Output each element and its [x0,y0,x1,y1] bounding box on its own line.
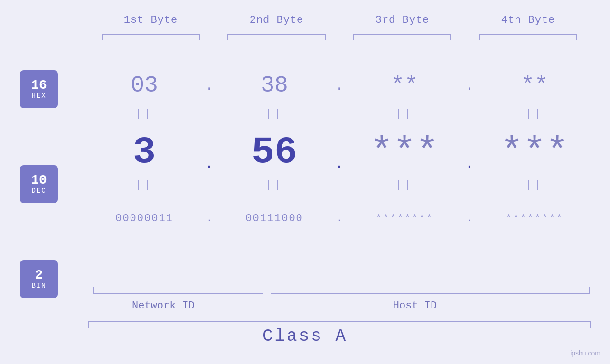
base-badges: 16 HEX 10 DEC 2 BIN [20,70,58,298]
dec-sep-1: . [201,157,218,171]
hex-sep-2: . [331,77,348,94]
main-container: 1st Byte 2nd Byte 3rd Byte 4th Byte 16 H… [0,0,610,364]
dec-badge: 10 DEC [20,165,58,203]
dec-sep-2: . [331,157,348,171]
byte-label-1: 1st Byte [88,14,214,26]
bin-sep-3: . [461,213,478,224]
dec-val-3: *** [370,131,439,174]
id-labels-row: Network ID Host ID [88,300,591,312]
dec-sep-3: . [461,157,478,171]
hex-val-4: ** [521,73,548,98]
byte-label-2: 2nd Byte [214,14,339,26]
bin-val-2: 00111000 [245,213,303,224]
hex-badge: 16 HEX [20,70,58,108]
byte-label-4: 4th Byte [465,14,591,26]
eq-row-2: || || || || [88,176,591,195]
top-brackets [88,34,591,35]
bin-badge: 2 BIN [20,260,58,298]
class-label: Class A [0,327,610,346]
host-id-bottom-line [271,293,591,294]
dec-val-1: 3 [133,131,156,174]
bin-sep-2: . [331,213,348,224]
bin-sep-1: . [201,213,218,224]
network-id-label: Network ID [88,300,239,312]
hex-sep-1: . [201,77,218,94]
eq-6: || [218,179,331,191]
eq-5: || [88,179,201,191]
eq-2: || [218,108,331,120]
dec-row: 3 . 56 . *** . *** [88,128,591,176]
bin-val-3: ******** [375,213,433,224]
dec-val-2: 56 [252,131,297,174]
bin-val-4: ******** [506,213,563,224]
host-id-label: Host ID [239,300,591,312]
network-id-bottom-line [93,293,263,294]
hex-val-1: 03 [131,73,158,98]
byte-labels: 1st Byte 2nd Byte 3rd Byte 4th Byte [88,14,591,26]
eq-row-1: || || || || [88,104,591,123]
bin-val-1: 00000011 [115,213,173,224]
content-grid: 03 . 38 . ** . ** || || || || [88,62,591,237]
watermark: ipshu.com [570,349,601,357]
eq-3: || [348,108,461,120]
eq-4: || [478,108,591,120]
eq-8: || [478,179,591,191]
hex-row: 03 . 38 . ** . ** [88,66,591,104]
eq-1: || [88,108,201,120]
full-bottom-bracket [88,321,591,322]
eq-7: || [348,179,461,191]
hex-val-2: 38 [261,73,288,98]
bin-row: 00000011 . 00111000 . ******** . *******… [88,199,591,237]
hex-sep-3: . [461,77,478,94]
byte-label-3: 3rd Byte [339,14,465,26]
hex-val-3: ** [391,73,418,98]
dec-val-4: *** [500,131,569,174]
